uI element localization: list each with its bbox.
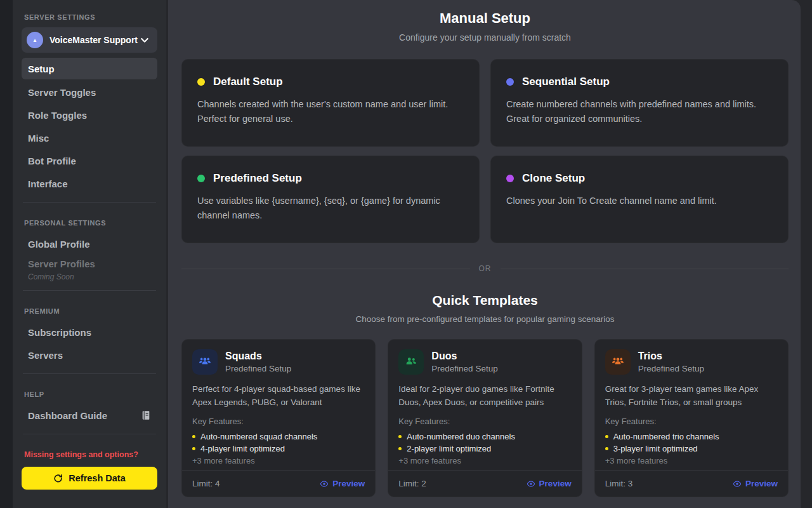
main-area: Manual Setup Configure your setup manual… [168,0,812,508]
template-card-squads[interactable]: Squads Predefined Setup Perfect for 4-pl… [181,339,376,497]
template-title: Squads [225,351,291,362]
sidebar-divider [23,373,156,374]
setup-card-title: Sequential Setup [522,76,610,88]
or-label: OR [479,264,492,273]
clone-setup-dot-icon [506,175,514,182]
bullet-icon [398,447,402,450]
sidebar-item-setup[interactable]: Setup [22,58,157,79]
feature-list: Auto-numbered squad channels 4-player li… [192,431,365,455]
setup-panel: Manual Setup Configure your setup manual… [168,0,801,508]
sequential-setup-dot-icon [506,78,514,86]
eye-icon [320,479,329,488]
feature-item: 2-player limit optimized [398,443,571,455]
page-title: Manual Setup [181,10,789,27]
limit-label: Limit: 4 [192,479,220,488]
eye-icon [733,479,742,488]
selected-server-name: VoiceMaster Support [49,35,140,45]
sidebar-item-server-toggles[interactable]: Server Toggles [22,81,157,104]
more-features-label: +3 more features [398,456,571,465]
sidebar-item-server-profiles[interactable]: Server Profiles [22,255,157,272]
bullet-icon [398,435,402,438]
duos-group-icon [398,349,424,375]
feature-item: Auto-numbered duo channels [398,431,571,443]
sidebar-divider [23,290,156,291]
setup-card-title: Default Setup [213,76,283,88]
setup-card-description: Use variables like {username}, {seq}, or… [197,194,464,224]
sidebar-item-subscriptions[interactable]: Subscriptions [22,321,157,344]
template-card-duos[interactable]: Duos Predefined Setup Ideal for 2-player… [388,339,582,497]
eye-icon [527,479,535,488]
page-subtitle: Configure your setup manually from scrat… [181,32,789,43]
setup-card-title: Predefined Setup [213,172,302,185]
template-description: Perfect for 4-player squad-based games l… [192,383,365,410]
quick-templates-subtitle: Choose from pre-configured templates for… [181,314,789,324]
sidebar-divider [23,434,156,434]
personal-settings-section-label: PERSONAL SETTINGS [22,218,157,227]
bullet-icon [605,447,608,450]
personal-nav: Global Profile Server Profiles Coming So… [22,232,157,283]
help-nav: Dashboard Guide [22,404,157,427]
setup-card-predefined[interactable]: Predefined Setup Use variables like {use… [181,156,480,243]
setup-card-title: Clone Setup [522,172,585,185]
setup-card-description: Create numbered channels with predefined… [506,97,773,127]
sidebar-divider [23,202,156,203]
manual-setup-grid: Default Setup Channels created with the … [181,59,789,243]
sidebar-item-role-toggles[interactable]: Role Toggles [22,104,157,126]
refresh-icon [53,474,63,483]
trios-group-icon [605,349,631,375]
key-features-label: Key Features: [398,417,571,426]
setup-card-description: Clones your Join To Create channel name … [506,194,773,208]
template-title: Duos [431,351,497,362]
sidebar-item-bot-profile[interactable]: Bot Profile [22,149,157,172]
bullet-icon [192,435,195,438]
preview-link[interactable]: Preview [320,479,365,488]
template-subtitle: Predefined Setup [225,364,291,373]
chevron-down-icon [140,35,150,45]
feature-item: 3-player limit optimized [605,443,778,455]
sidebar-item-global-profile[interactable]: Global Profile [22,232,157,255]
dashboard-guide-label: Dashboard Guide [28,410,107,421]
missing-settings-note: Missing settings and options? [22,450,157,459]
squads-group-icon [192,349,218,375]
preview-link[interactable]: Preview [733,479,778,488]
setup-card-clone[interactable]: Clone Setup Clones your Join To Create c… [490,156,789,243]
limit-label: Limit: 3 [605,479,633,488]
template-subtitle: Predefined Setup [431,364,497,373]
bullet-icon [192,447,195,450]
sidebar-item-interface[interactable]: Interface [22,172,157,195]
help-section-label: HELP [22,390,157,399]
server-settings-section-label: SERVER SETTINGS [22,13,157,22]
more-features-label: +3 more features [605,456,778,465]
quick-templates-title: Quick Templates [181,293,789,308]
server-select-dropdown[interactable]: ▲ VoiceMaster Support [22,27,157,53]
default-setup-dot-icon [197,78,205,86]
setup-card-sequential[interactable]: Sequential Setup Create numbered channel… [490,59,789,147]
setup-card-default[interactable]: Default Setup Channels created with the … [181,59,480,147]
sidebar: SERVER SETTINGS ▲ VoiceMaster Support Se… [13,0,166,508]
more-features-label: +3 more features [192,456,365,465]
refresh-button-label: Refresh Data [69,473,125,483]
template-description: Great for 3-player team games like Apex … [605,383,778,410]
premium-nav: Subscriptions Servers [22,321,157,366]
template-card-trios[interactable]: Trios Predefined Setup Great for 3-playe… [594,339,789,497]
sidebar-nav: Setup Server Toggles Role Toggles Misc B… [22,58,157,195]
key-features-label: Key Features: [605,417,778,426]
sidebar-item-servers[interactable]: Servers [22,344,157,366]
book-icon [141,410,151,420]
sidebar-item-dashboard-guide[interactable]: Dashboard Guide [22,404,157,427]
feature-item: Auto-numbered squad channels [192,431,365,443]
feature-list: Auto-numbered trio channels 3-player lim… [605,431,778,455]
window-edge [0,0,13,508]
server-avatar: ▲ [27,32,43,48]
limit-label: Limit: 2 [398,479,426,488]
refresh-data-button[interactable]: Refresh Data [22,467,157,490]
or-divider: OR [181,264,789,273]
feature-item: Auto-numbered trio channels [605,431,778,443]
template-subtitle: Predefined Setup [638,364,704,373]
preview-link[interactable]: Preview [527,479,572,488]
template-title: Trios [638,351,704,362]
predefined-setup-dot-icon [197,175,205,182]
coming-soon-label: Coming Soon [22,272,157,283]
sidebar-item-misc[interactable]: Misc [22,126,157,149]
premium-section-label: PREMIUM [22,307,157,316]
